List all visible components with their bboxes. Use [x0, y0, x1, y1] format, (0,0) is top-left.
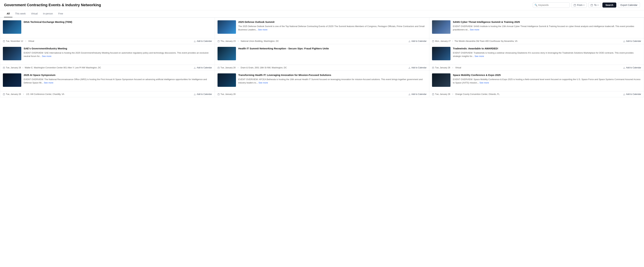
- event-date: Tue, January 28: [218, 93, 236, 95]
- download-icon: [408, 93, 410, 95]
- add-to-calendar-button[interactable]: Add to Calendar: [623, 40, 641, 42]
- export-calendar-button[interactable]: Export Calendar: [618, 2, 640, 8]
- event-title: 2025 AI Space Symposium: [24, 73, 212, 77]
- calendar-icon: [432, 93, 434, 95]
- event-info: 2025 AI Space Symposium EVENT OVERVIEW: …: [24, 73, 212, 87]
- event-description: EVENT OVERVIEW: SANS Institute is hostin…: [453, 25, 641, 31]
- add-to-calendar-button[interactable]: Add to Calendar: [408, 40, 426, 42]
- events-grid: DISA Technical Exchange Meeting (TEM) Tu…: [0, 18, 644, 97]
- event-image: [3, 73, 21, 87]
- see-more-link[interactable]: See more: [474, 55, 484, 58]
- event-image: [432, 73, 450, 87]
- event-card: Tradewinds: Awardable to AWARDED! EVENT …: [429, 44, 644, 71]
- event-image: [3, 20, 21, 34]
- see-more-link[interactable]: See more: [480, 81, 489, 84]
- calendar-icon: [432, 40, 434, 42]
- download-icon: [194, 93, 196, 95]
- event-location: The Westin Alexandria Old Town 400 Court…: [454, 40, 518, 42]
- tab-in-person[interactable]: In-person: [40, 10, 56, 17]
- see-more-link[interactable]: See more: [470, 28, 479, 31]
- event-card: 2025 AI Space Symposium EVENT OVERVIEW: …: [0, 71, 215, 97]
- from-date-button[interactable]: From ▾: [572, 2, 587, 8]
- event-image: [218, 73, 236, 87]
- to-date-button[interactable]: To ▾: [588, 2, 601, 8]
- svg-rect-0: [574, 4, 576, 6]
- event-date: Thu, January 23: [218, 40, 236, 42]
- event-title: SAE's Government/Industry Meeting: [24, 47, 212, 50]
- search-input[interactable]: [533, 2, 570, 8]
- svg-rect-38: [3, 94, 5, 95]
- event-info: Health IT Summit Networking Reception - …: [238, 47, 427, 60]
- calendar-icon: [3, 40, 5, 42]
- calendar-icon: [3, 67, 5, 69]
- tabs-bar: All This week Virtual In-person Free: [0, 10, 644, 18]
- add-to-calendar-button[interactable]: Add to Calendar: [194, 40, 212, 42]
- see-more-link[interactable]: See more: [42, 55, 51, 58]
- event-image: [432, 47, 450, 60]
- download-icon: [408, 67, 410, 69]
- event-date: Tue, January 28: [3, 67, 21, 69]
- see-more-link[interactable]: See more: [258, 28, 267, 31]
- event-card: SAE's Government/Industry Meeting EVENT …: [0, 44, 215, 71]
- event-location-icon: ↑: [452, 93, 453, 95]
- event-description: The 2025 Defense Outlook Summit is one o…: [238, 25, 427, 31]
- event-card-body: Space Mobility Conference & Expo 2025 EV…: [429, 71, 644, 91]
- add-to-calendar-button[interactable]: Add to Calendar: [194, 67, 212, 69]
- see-more-link[interactable]: See more: [258, 81, 268, 84]
- event-footer: Tue, January 28 ↑ Walter E. Washington C…: [0, 65, 215, 71]
- event-location: National Union Building, Washington, DC: [241, 40, 279, 42]
- add-to-calendar-button[interactable]: Add to Calendar: [623, 67, 641, 69]
- event-image: [432, 20, 450, 34]
- tab-all[interactable]: All: [4, 10, 12, 17]
- page-title: Government Contracting Events & Industry…: [4, 3, 101, 7]
- event-location: Orange County Convention Center, Orlando…: [455, 93, 500, 95]
- event-info: SAE's Government/Industry Meeting EVENT …: [24, 47, 212, 60]
- svg-rect-43: [218, 94, 219, 95]
- event-date: Tue, January 28: [3, 93, 21, 95]
- add-to-calendar-button[interactable]: Add to Calendar: [408, 67, 426, 69]
- calendar-icon: [432, 67, 434, 69]
- add-to-calendar-button[interactable]: Add to Calendar: [194, 93, 212, 95]
- download-icon: [194, 67, 196, 69]
- add-to-calendar-button[interactable]: Add to Calendar: [623, 93, 641, 95]
- event-card: SANS Cyber Threat Intelligence Summit & …: [429, 18, 644, 44]
- calendar-icon: [218, 67, 220, 69]
- event-date: Tue, November 12: [3, 40, 23, 42]
- event-location: J.D. Hill Conference Center, Chantilly, …: [26, 93, 64, 95]
- event-date: Tue, January 28: [432, 67, 450, 69]
- event-location-icon: ↑: [452, 40, 453, 42]
- download-icon: [408, 40, 410, 42]
- event-title: SANS Cyber Threat Intelligence Summit & …: [453, 20, 641, 24]
- from-chevron-icon: ▾: [584, 4, 584, 6]
- svg-rect-13: [218, 41, 219, 42]
- search-button[interactable]: Search: [602, 3, 616, 8]
- event-card: DISA Technical Exchange Meeting (TEM) Tu…: [0, 18, 215, 44]
- tab-this-week[interactable]: This week: [12, 10, 28, 17]
- event-info: 2025 Defense Outlook Summit The 2025 Def…: [238, 20, 427, 34]
- event-title: DISA Technical Exchange Meeting (TEM): [24, 20, 212, 24]
- see-more-link[interactable]: See more: [44, 81, 53, 84]
- tab-free[interactable]: Free: [56, 10, 66, 17]
- event-footer: Thu, January 23 ↑ National Union Buildin…: [215, 38, 429, 44]
- svg-rect-23: [3, 67, 5, 69]
- event-info: SANS Cyber Threat Intelligence Summit & …: [453, 20, 641, 34]
- tab-virtual[interactable]: Virtual: [28, 10, 40, 17]
- event-footer: Tue, November 12 ↑ Virtual Add to Calend…: [0, 38, 215, 44]
- search-input-wrap: 🔍: [533, 2, 570, 8]
- to-label: To: [594, 4, 596, 7]
- header-controls: 🔍 From ▾ To ▾ Search Export Calendar: [533, 2, 640, 8]
- add-to-calendar-button[interactable]: Add to Calendar: [408, 93, 426, 95]
- download-icon: [623, 67, 625, 69]
- event-card-body: DISA Technical Exchange Meeting (TEM): [0, 18, 215, 38]
- event-description: EVENT OVERVIEW: Space Mobility Conferenc…: [453, 78, 641, 84]
- event-footer: Tue, January 28 Add to Calendar: [215, 91, 429, 97]
- event-description: EVENT OVERVIEW: The National Reconnaissa…: [24, 78, 212, 84]
- calendar-icon: [574, 4, 576, 7]
- event-card-body: 2025 AI Space Symposium EVENT OVERVIEW: …: [0, 71, 215, 91]
- to-chevron-icon: ▾: [598, 4, 598, 6]
- calendar-icon: [218, 40, 220, 42]
- event-location-icon: ↑: [238, 40, 239, 42]
- calendar-icon: [218, 93, 220, 95]
- event-description: EVENT OVERVIEW: Tradewinds is hosting a …: [453, 51, 641, 58]
- svg-rect-48: [432, 94, 434, 95]
